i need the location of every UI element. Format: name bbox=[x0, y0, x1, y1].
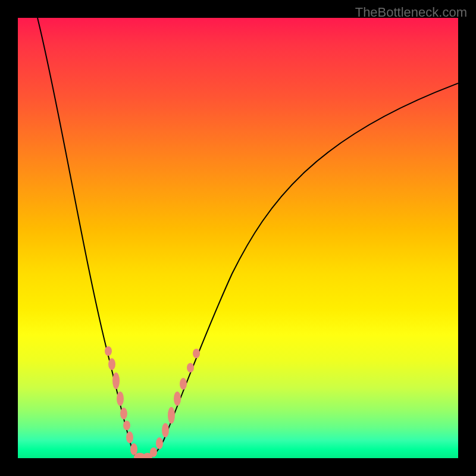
chart-marker bbox=[162, 423, 169, 437]
chart-marker bbox=[174, 392, 181, 406]
chart-marker bbox=[193, 349, 200, 358]
chart-marker bbox=[156, 437, 163, 449]
chart-curve-line bbox=[37, 18, 458, 458]
watermark-text: TheBottleneck.com bbox=[355, 5, 467, 20]
chart-marker bbox=[117, 392, 124, 406]
chart-plot-area bbox=[18, 18, 458, 458]
chart-marker bbox=[120, 408, 127, 419]
chart-marker bbox=[150, 447, 157, 457]
chart-svg bbox=[18, 18, 458, 458]
chart-marker bbox=[123, 421, 130, 430]
chart-marker bbox=[187, 363, 194, 372]
chart-marker bbox=[108, 358, 115, 370]
chart-markers-group bbox=[105, 346, 200, 458]
chart-marker bbox=[105, 346, 112, 356]
chart-marker bbox=[130, 443, 137, 455]
chart-marker bbox=[112, 372, 120, 389]
chart-marker bbox=[180, 378, 187, 390]
chart-marker bbox=[126, 431, 133, 443]
chart-marker bbox=[168, 407, 175, 424]
